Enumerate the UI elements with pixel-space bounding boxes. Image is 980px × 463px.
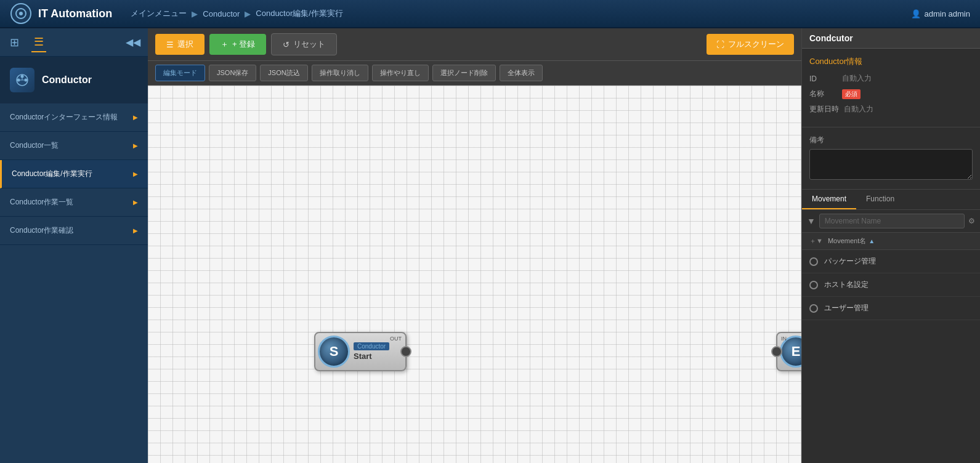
delete-node-button[interactable]: 選択ノード削除	[432, 65, 496, 81]
sidebar-header-icon	[10, 68, 34, 92]
id-value: 自動入力	[842, 73, 973, 84]
edit-mode-button[interactable]: 編集モード	[155, 65, 205, 81]
movement-radio-1[interactable]	[809, 281, 818, 289]
sidebar-item-label-0: Conductorインターフェース情報	[10, 112, 118, 123]
breadcrumb: メインメニュー ▶ Conductor ▶ Conductor編集/作業実行	[131, 8, 910, 19]
main-toolbar: ☰ 選択 ＋ + 登録 ↺ リセット ⛶ フルスクリーン	[148, 28, 801, 61]
settings-icon[interactable]: ⚙	[968, 217, 975, 225]
conductor-info-title: Conductor情報	[809, 56, 973, 67]
sidebar-item-edit[interactable]: Conductor編集/作業実行 ▶	[0, 160, 148, 188]
movement-name-0: パッケージ管理	[824, 256, 876, 267]
sidebar-item-work-confirm[interactable]: Conductor作業確認 ▶	[0, 217, 148, 245]
start-node-out-label: OUT	[390, 336, 402, 342]
movement-item-0[interactable]: パッケージ管理	[802, 250, 980, 273]
content-area: ☰ 選択 ＋ + 登録 ↺ リセット ⛶ フルスクリーン 編集モード JSON保…	[148, 28, 801, 463]
name-label: 名称	[809, 89, 837, 99]
select-button[interactable]: ☰ 選択	[155, 34, 205, 55]
conductor-info-section: Conductor情報 ID 自動入力 名称 必須 更新日時 自動入力	[802, 49, 980, 127]
sidebar-item-interface[interactable]: Conductorインターフェース情報 ▶	[0, 103, 148, 132]
collapse-sidebar-btn[interactable]: ◀◀	[126, 36, 140, 48]
app-logo: IT Automation	[10, 2, 112, 25]
user-info: 👤 admin admin	[911, 9, 970, 18]
movement-toolbar: ▼ ⚙	[802, 210, 980, 233]
id-row: ID 自動入力	[809, 73, 973, 84]
movement-item-2[interactable]: ユーザー管理	[802, 297, 980, 320]
sub-toolbar: 編集モード JSON保存 JSON読込 操作取り消し 操作やり直し 選択ノード削…	[148, 61, 801, 86]
undo-button[interactable]: 操作取り消し	[312, 65, 368, 81]
biko-input[interactable]	[809, 149, 973, 180]
breadcrumb-sep-1: ▶	[245, 9, 251, 18]
end-node-in-label: IN	[781, 336, 787, 342]
json-save-button[interactable]: JSON保存	[209, 65, 256, 81]
id-label: ID	[809, 74, 837, 83]
name-row: 名称 必須	[809, 89, 973, 99]
movement-search-input[interactable]	[819, 214, 965, 228]
movement-list: パッケージ管理 ホスト名設定 ユーザー管理	[802, 250, 980, 463]
panel-tabs: Movement Function	[802, 190, 980, 210]
sidebar-item-label-2: Conductor編集/作業実行	[12, 169, 92, 179]
start-node-circle: S	[318, 336, 350, 368]
sort-icon[interactable]: ▲	[869, 238, 875, 244]
sidebar-header: Conductor	[0, 57, 148, 103]
user-icon: 👤	[911, 9, 921, 18]
biko-section: 備考	[802, 127, 980, 190]
sidebar-item-list[interactable]: Conductor一覧 ▶	[0, 132, 148, 160]
plus-icon: ＋	[221, 39, 229, 50]
right-panel-header: Condcutor	[802, 28, 980, 49]
breadcrumb-item-2[interactable]: Conductor編集/作業実行	[256, 8, 343, 19]
chevron-right-icon-0: ▶	[133, 114, 138, 121]
sidebar-item-label-4: Conductor作業確認	[10, 225, 73, 236]
movement-list-header: ＋▼ Movement名 ▲	[802, 233, 980, 250]
filter-icon: ▼	[807, 216, 816, 226]
sidebar-item-label-3: Conductor作業一覧	[10, 197, 73, 207]
start-node-info: Conductor Start	[354, 342, 389, 361]
sidebar-icon-bar: ⊞ ☰ ◀◀	[0, 28, 148, 57]
start-node[interactable]: OUT S Conductor Start	[314, 332, 407, 371]
fit-view-button[interactable]: 全体表示	[500, 65, 543, 81]
json-load-button[interactable]: JSON読込	[260, 65, 307, 81]
sidebar: ⊞ ☰ ◀◀ Conductor Conductorインターフェース情報 ▶	[0, 28, 148, 463]
start-node-port-out[interactable]	[400, 346, 411, 357]
end-node[interactable]: IN E Conductor End	[776, 332, 801, 371]
sidebar-item-work-list[interactable]: Conductor作業一覧 ▶	[0, 188, 148, 217]
movement-item-1[interactable]: ホスト名設定	[802, 273, 980, 297]
chevron-right-icon-3: ▶	[133, 199, 138, 206]
required-badge: 必須	[842, 89, 861, 99]
movement-col-header: Movement名 ▲	[828, 236, 875, 246]
breadcrumb-item-0[interactable]: メインメニュー	[131, 8, 187, 19]
fullscreen-icon: ⛶	[716, 40, 724, 49]
tab-function[interactable]: Function	[856, 190, 904, 209]
list-icon-btn[interactable]: ☰	[31, 33, 46, 52]
reset-button[interactable]: ↺ リセット	[271, 33, 337, 55]
updated-row: 更新日時 自動入力	[809, 104, 973, 115]
updated-value: 自動入力	[844, 104, 973, 115]
add-movement-icon[interactable]: ＋▼	[809, 236, 823, 246]
right-panel-title: Condcutor	[809, 33, 853, 43]
select-icon: ☰	[166, 40, 174, 49]
end-node-port-in[interactable]	[771, 346, 782, 357]
fullscreen-button[interactable]: ⛶ フルスクリーン	[707, 34, 794, 55]
svg-point-2	[19, 12, 23, 15]
sidebar-title: Conductor	[42, 74, 92, 86]
updated-label: 更新日時	[809, 104, 839, 115]
breadcrumb-item-1[interactable]: Conductor	[203, 9, 240, 18]
right-panel: Condcutor Conductor情報 ID 自動入力 名称 必須 更新日時…	[801, 28, 980, 463]
top-nav: IT Automation メインメニュー ▶ Conductor ▶ Cond…	[0, 0, 980, 28]
user-name: admin admin	[925, 9, 970, 18]
tab-movement[interactable]: Movement	[802, 190, 856, 209]
start-node-label: Start	[354, 352, 389, 361]
logo-icon	[10, 2, 32, 25]
reset-icon: ↺	[283, 40, 290, 49]
sidebar-menu: Conductorインターフェース情報 ▶ Conductor一覧 ▶ Cond…	[0, 103, 148, 463]
movement-radio-0[interactable]	[809, 257, 818, 266]
movement-radio-2[interactable]	[809, 304, 818, 313]
redo-button[interactable]: 操作やり直し	[372, 65, 429, 81]
chevron-right-icon-1: ▶	[133, 142, 138, 149]
breadcrumb-sep-0: ▶	[192, 9, 198, 18]
sidebar-item-label-1: Conductor一覧	[10, 140, 59, 151]
app-title: IT Automation	[38, 7, 112, 20]
canvas-area[interactable]: OUT S Conductor Start IN E Conductor	[148, 86, 801, 463]
grid-icon-btn[interactable]: ⊞	[7, 33, 22, 52]
start-node-tag: Conductor	[354, 342, 389, 350]
register-button[interactable]: ＋ + 登録	[209, 34, 266, 55]
